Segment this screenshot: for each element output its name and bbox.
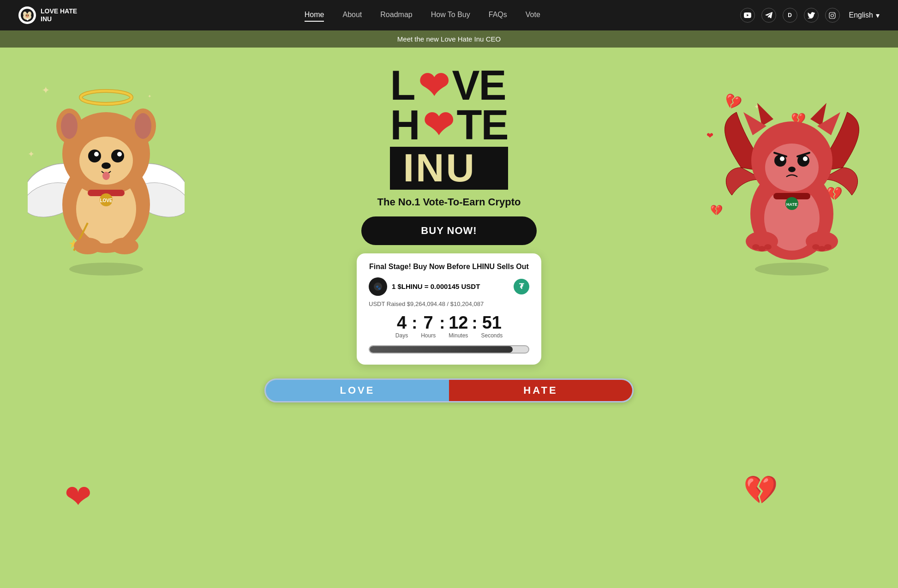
countdown-days: 4 Days: [395, 314, 408, 339]
countdown-timer: 4 Days : 7 Hours : 12 Minutes : 51 Secon…: [369, 314, 529, 339]
discord-icon[interactable]: D: [783, 8, 797, 23]
svg-point-49: [803, 156, 808, 161]
svg-point-37: [74, 238, 102, 254]
svg-point-39: [69, 263, 143, 276]
svg-point-25: [135, 113, 151, 139]
navbar: ❤ LOVE HATE INU Home About Roadmap How T…: [0, 0, 898, 30]
hero-section: ✦ ✦ ✦ ✦ ✦ ✦ ✦ ✦ ❤ 💔 💔 💔 💔 💔 ❤ ❤ ❤: [0, 48, 898, 588]
instagram-icon[interactable]: [825, 8, 840, 23]
hate-side[interactable]: HATE: [449, 380, 632, 401]
countdown-sep-1: :: [412, 315, 417, 331]
love-side[interactable]: LOVE: [266, 380, 449, 401]
love-hate-bar: LOVE HATE: [264, 378, 634, 402]
svg-text:HATE: HATE: [786, 202, 797, 207]
language-selector[interactable]: English ▾: [849, 11, 880, 20]
token-rate-row: 🐾 1 $LHINU = 0.000145 USDT ₮: [369, 277, 529, 296]
broken-heart-5: 💔: [743, 474, 778, 506]
nav-links: Home About Roadmap How To Buy FAQs Vote: [105, 9, 740, 22]
svg-text:🐾: 🐾: [376, 285, 381, 290]
svg-point-7: [26, 16, 28, 17]
devil-dog-character: HATE: [713, 75, 870, 269]
nav-vote[interactable]: Vote: [526, 9, 540, 22]
svg-point-30: [102, 162, 111, 169]
svg-point-64: [755, 263, 829, 276]
svg-point-29: [117, 152, 122, 156]
angel-dog-character: LOVE: [28, 75, 185, 269]
chevron-down-icon: ▾: [876, 11, 880, 20]
progress-bar-fill: [370, 346, 513, 353]
presale-title: Final Stage! Buy Now Before LHINU Sells …: [369, 263, 529, 271]
svg-point-38: [111, 238, 138, 254]
countdown-sep-3: :: [472, 315, 477, 331]
buy-now-button[interactable]: BUY NOW!: [361, 216, 537, 245]
lhinu-icon: 🐾: [369, 277, 387, 296]
hate-heart-icon: ❤: [423, 108, 453, 143]
announcement-text: Meet the new Love Hate Inu CEO: [397, 35, 501, 43]
logo-text-line1: LOVE HATE: [41, 7, 77, 15]
hate-label: HATE: [523, 384, 557, 396]
announcement-bar[interactable]: Meet the new Love Hate Inu CEO: [0, 30, 898, 48]
love-label: LOVE: [340, 384, 375, 396]
svg-point-27: [111, 150, 124, 162]
svg-text:LOVE: LOVE: [100, 198, 113, 203]
nav-roadmap[interactable]: Roadmap: [380, 9, 412, 22]
svg-point-10: [831, 14, 834, 17]
svg-point-5: [26, 15, 27, 16]
svg-text:❤: ❤: [26, 18, 29, 21]
hero-logo: L ❤ VE H ❤ TE INU: [390, 66, 508, 190]
logo-icon: ❤: [18, 6, 36, 24]
raised-text: USDT Raised $9,264,094.48 / $10,204,087: [369, 300, 529, 307]
svg-point-48: [780, 156, 784, 161]
hero-tagline: The No.1 Vote-To-Earn Crypto: [377, 196, 521, 208]
svg-point-26: [88, 150, 101, 162]
love-hate-bar-container: LOVE HATE: [264, 378, 634, 402]
logo-text-line2: INU: [41, 15, 77, 23]
svg-point-23: [61, 113, 78, 139]
hero-center-content: L ❤ VE H ❤ TE INU The No.1 Vote-To-Earn …: [357, 66, 541, 365]
nav-about[interactable]: About: [342, 9, 362, 22]
progress-bar-container: [369, 345, 529, 354]
nav-home[interactable]: Home: [305, 9, 324, 22]
inu-label: INU: [390, 147, 508, 190]
youtube-icon[interactable]: [740, 8, 755, 23]
twitter-icon[interactable]: [804, 8, 819, 23]
telegram-icon[interactable]: [761, 8, 776, 23]
language-label: English: [849, 11, 873, 19]
svg-point-52: [788, 167, 796, 172]
svg-point-63: [824, 244, 832, 250]
logo-area[interactable]: ❤ LOVE HATE INU: [18, 6, 77, 24]
countdown-seconds: 51 Seconds: [481, 314, 503, 339]
love-heart-icon: ❤: [418, 68, 448, 103]
token-rate-text: 1 $LHINU = 0.000145 USDT: [392, 282, 509, 290]
nav-how-to-buy[interactable]: How To Buy: [431, 9, 470, 22]
tether-icon: ₮: [514, 279, 529, 294]
svg-point-28: [94, 152, 99, 156]
social-icons: D: [740, 8, 840, 23]
presale-card: Final Stage! Buy Now Before LHINU Sells …: [357, 253, 541, 365]
countdown-hours: 7 Hours: [421, 314, 436, 339]
svg-point-13: [81, 91, 132, 104]
svg-point-6: [28, 15, 29, 16]
heart-small-right2: ❤: [706, 131, 713, 141]
countdown-minutes: 12 Minutes: [449, 314, 468, 339]
svg-point-60: [764, 244, 772, 250]
svg-point-31: [102, 172, 110, 180]
nav-faqs[interactable]: FAQs: [489, 9, 507, 22]
heart-left: ❤: [65, 478, 92, 516]
countdown-sep-2: :: [439, 315, 445, 331]
svg-point-11: [834, 13, 835, 14]
